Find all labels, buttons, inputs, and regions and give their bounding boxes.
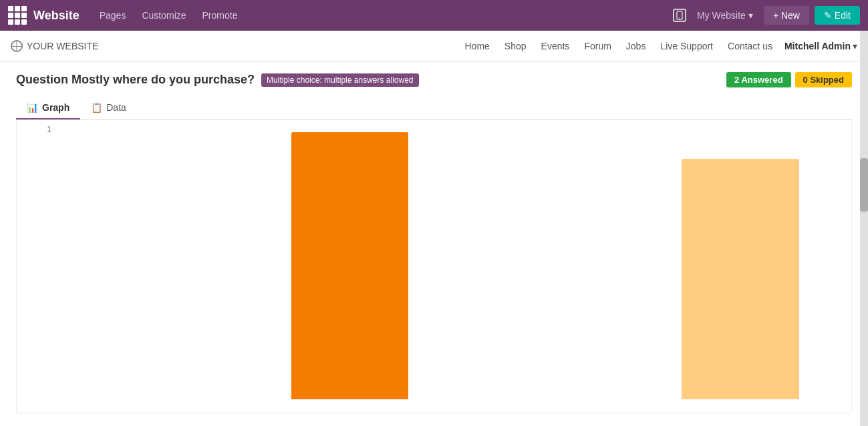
nav-pages[interactable]: Pages — [93, 7, 133, 23]
answered-badge: 2 Answered — [726, 72, 791, 87]
admin-user[interactable]: Mitchell Admin ▾ — [784, 41, 857, 51]
scrollbar-thumb[interactable] — [860, 158, 868, 212]
tab-data[interactable]: 📋 Data — [80, 97, 137, 120]
tab-graph[interactable]: 📊 Graph — [16, 97, 80, 120]
graph-tab-icon: 📊 — [27, 102, 38, 113]
scrollbar[interactable] — [860, 31, 868, 424]
data-tab-icon: 📋 — [91, 102, 102, 113]
nav-live-support[interactable]: Live Support — [654, 38, 720, 54]
nav-shop[interactable]: Shop — [498, 38, 533, 54]
chart-group-3 — [448, 120, 643, 399]
question-title: Question Mostly where do you purchase? — [16, 73, 255, 87]
svg-point-1 — [679, 17, 680, 19]
data-tab-label: Data — [106, 102, 126, 113]
main-content: Question Mostly where do you purchase? M… — [0, 61, 868, 424]
mobile-icon[interactable] — [673, 9, 686, 22]
new-button[interactable]: + New — [764, 6, 809, 25]
question-badge: Multiple choice: multiple answers allowe… — [261, 73, 418, 87]
edit-button[interactable]: ✎ Edit — [815, 6, 860, 25]
chart-group-1 — [57, 120, 252, 399]
chart-group-4 — [643, 120, 838, 399]
chart-group-2 — [252, 120, 447, 399]
chevron-down-icon: ▾ — [748, 10, 753, 21]
answer-badges: 2 Answered 0 Skipped — [726, 72, 852, 87]
y-label-1: 1 — [22, 125, 51, 134]
nav-jobs[interactable]: Jobs — [619, 38, 653, 54]
question-header: Question Mostly where do you purchase? M… — [16, 72, 852, 87]
graph-tab-label: Graph — [42, 102, 69, 113]
brand-name: Website — [33, 9, 80, 23]
chevron-down-icon: ▾ — [853, 41, 857, 51]
nav-events[interactable]: Events — [535, 38, 577, 54]
chart-area: 1 — [16, 120, 852, 413]
tabs: 📊 Graph 📋 Data — [16, 97, 852, 120]
nav-contact-us[interactable]: Contact us — [721, 38, 779, 54]
globe-icon — [11, 40, 23, 52]
bar-2 — [291, 132, 408, 399]
nav-forum[interactable]: Forum — [577, 38, 617, 54]
top-bar: Website Pages Customize Promote My Websi… — [0, 0, 868, 31]
top-nav: Pages Customize Promote — [93, 7, 245, 23]
chart-y-axis: 1 — [17, 120, 57, 399]
bar-4 — [682, 159, 799, 399]
my-website-button[interactable]: My Website ▾ — [692, 7, 758, 23]
website-logo: YOUR WEBSITE — [11, 40, 98, 52]
nav-promote[interactable]: Promote — [196, 7, 245, 23]
logo-text: YOUR WEBSITE — [27, 41, 98, 51]
second-nav: Home Shop Events Forum Jobs Live Support… — [458, 38, 779, 54]
grid-icon[interactable] — [8, 6, 27, 25]
skipped-badge: 0 Skipped — [795, 72, 852, 87]
second-bar: YOUR WEBSITE Home Shop Events Forum Jobs… — [0, 31, 868, 61]
top-bar-right: My Website ▾ + New ✎ Edit — [673, 6, 860, 25]
nav-customize[interactable]: Customize — [135, 7, 192, 23]
chart-bars — [57, 120, 838, 413]
nav-home[interactable]: Home — [458, 38, 496, 54]
